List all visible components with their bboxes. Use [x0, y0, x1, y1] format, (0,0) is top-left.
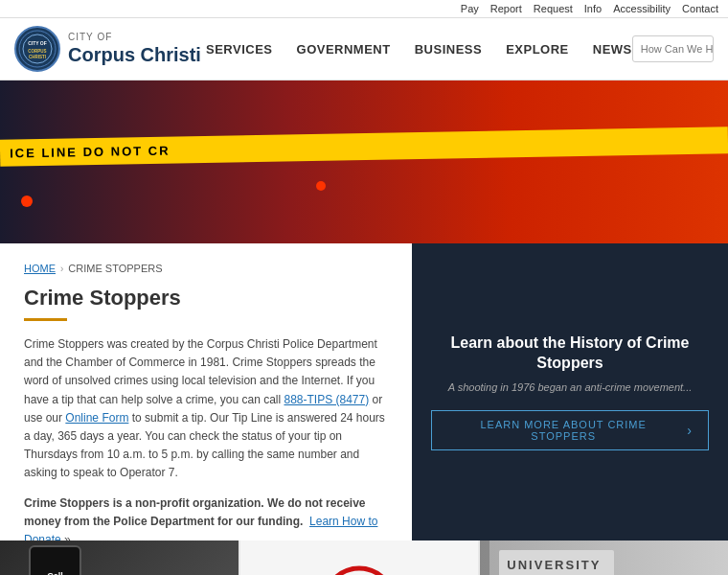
learn-more-button[interactable]: LEARN MORE ABOUT CRIME STOPPERS › — [431, 410, 709, 450]
city-of-label: CITY OF — [68, 32, 201, 43]
crime-stoppers-logo-icon — [321, 564, 398, 575]
utility-info[interactable]: Info — [584, 3, 602, 14]
tape-text: ICE LINE DO NOT CR — [10, 143, 171, 160]
city-logo[interactable]: CITY OF CORPUS CHRISTI — [14, 26, 60, 72]
breadcrumb: HOME › CRIME STOPPERS — [24, 263, 388, 274]
search-area: 🔍 — [632, 35, 714, 62]
title-underline — [24, 318, 67, 321]
learn-more-label: LEARN MORE ABOUT CRIME STOPPERS — [447, 419, 679, 442]
chevron-right-icon: › — [687, 423, 693, 438]
site-header: CITY OF CORPUS CHRISTI CITY OF Corpus Ch… — [0, 18, 728, 80]
main-navigation: SERVICES GOVERNMENT BUSINESS EXPLORE NEW… — [206, 42, 632, 57]
utility-request[interactable]: Request — [534, 3, 573, 14]
svg-text:CORPUS: CORPUS — [28, 49, 46, 54]
breadcrumb-current: CRIME STOPPERS — [68, 263, 162, 274]
red-dot-2 — [316, 181, 326, 191]
logo-area: CITY OF CORPUS CHRISTI CITY OF Corpus Ch… — [14, 26, 206, 72]
hero-banner: ICE LINE DO NOT CR — [0, 80, 728, 243]
nav-business[interactable]: BUSINESS — [415, 42, 482, 57]
right-panel: Learn about the History of Crime Stopper… — [412, 243, 728, 540]
svg-text:CHRISTI: CHRISTI — [29, 55, 46, 59]
phone-link[interactable]: 888-TIPS (8477) — [284, 393, 369, 406]
form-link[interactable]: Online Form — [65, 411, 128, 425]
nav-news[interactable]: NEWS — [593, 42, 632, 57]
breadcrumb-separator: › — [60, 264, 63, 274]
utility-bar: Pay Report Request Info Accessibility Co… — [0, 0, 728, 18]
bottom-cards: Call 888-TIPS UNIVERSITY — [0, 540, 728, 575]
utility-contact[interactable]: Contact — [682, 3, 718, 14]
red-dot-1 — [21, 196, 33, 207]
svg-text:CITY OF: CITY OF — [28, 40, 47, 46]
content-area: HOME › CRIME STOPPERS Crime Stoppers Cri… — [0, 243, 728, 540]
nav-services[interactable]: SERVICES — [206, 42, 273, 57]
university-sign: UNIVERSITY — [499, 550, 614, 575]
utility-pay[interactable]: Pay — [461, 3, 479, 14]
right-panel-title: Learn about the History of Crime Stopper… — [431, 334, 709, 374]
phone-card[interactable]: Call 888-TIPS — [0, 540, 239, 575]
nav-explore[interactable]: EXPLORE — [506, 42, 569, 57]
breadcrumb-home[interactable]: HOME — [24, 263, 56, 274]
svg-point-5 — [325, 568, 394, 575]
page-title: Crime Stoppers — [24, 286, 388, 310]
search-input[interactable] — [633, 40, 714, 58]
logo-card[interactable] — [240, 540, 479, 575]
nonprofit-text: Crime Stoppers is a non-profit organizat… — [24, 494, 388, 541]
body-text: Crime Stoppers was created by the Corpus… — [24, 335, 388, 483]
main-content-panel: HOME › CRIME STOPPERS Crime Stoppers Cri… — [0, 243, 412, 540]
call-text: Call — [47, 571, 63, 575]
utility-accessibility[interactable]: Accessibility — [613, 3, 671, 14]
phone-visual: Call 888-TIPS — [29, 545, 81, 575]
city-name-block: CITY OF Corpus Christi — [68, 32, 201, 66]
crime-tape: ICE LINE DO NOT CR — [0, 126, 728, 166]
city-name-label: Corpus Christi — [68, 43, 201, 66]
utility-report[interactable]: Report — [490, 3, 522, 14]
nav-government[interactable]: GOVERNMENT — [297, 42, 391, 57]
donate-suffix: » — [61, 533, 71, 540]
right-panel-subtitle: A shooting in 1976 began an anti-crime m… — [448, 381, 693, 393]
university-card[interactable]: UNIVERSITY — [480, 540, 728, 575]
